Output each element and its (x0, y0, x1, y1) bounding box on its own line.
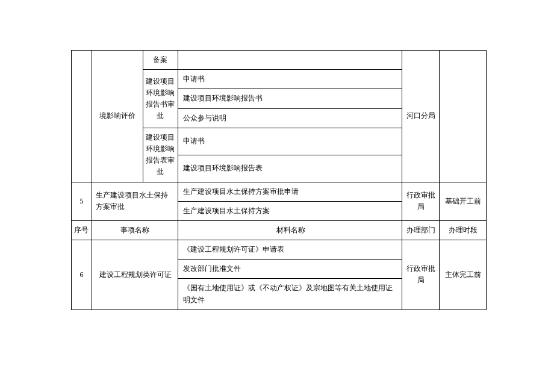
cell-material-approval-doc: 发改部门批准文件 (178, 260, 402, 279)
cell-item-water-soil: 生产建设项目水土保持方案审批 (92, 182, 178, 220)
cell-time-main-completion: 主体完工前 (440, 240, 487, 310)
cell-seq-partial (72, 51, 92, 182)
cell-material-land-cert: 《国有土地使用证》或《不动产权证》及宗地图等有关土地使用证明文件 (178, 279, 402, 310)
cell-material-public: 公众参与说明 (178, 108, 402, 128)
cell-material-ws-app: 生产建设项目水土保持方案审批申请 (178, 182, 402, 201)
cell-dept-admin2: 行政审批局 (402, 240, 440, 310)
cell-subitem-filing: 备案 (143, 51, 178, 70)
cell-time-empty (440, 51, 487, 182)
header-material: 材料名称 (178, 220, 402, 240)
cell-material-ws-plan: 生产建设项目水土保持方案 (178, 201, 402, 220)
header-dept: 办理部门 (402, 220, 440, 240)
cell-subitem-report-form: 建设项目环境影响报告表审批 (143, 128, 178, 182)
cell-time-foundation: 基础开工前 (440, 182, 487, 220)
header-seq: 序号 (72, 220, 92, 240)
cell-item-env: 境影响评价 (92, 51, 143, 182)
approval-table: 境影响评价 备案 河口分局 建设项目环境影响报告书审批 申请书 建设项目环境影响… (71, 50, 487, 310)
cell-material-report-form: 建设项目环境影响报告表 (178, 155, 402, 182)
cell-seq-6: 6 (72, 240, 92, 310)
cell-material-app2: 申请书 (178, 128, 402, 155)
cell-item-planning-permit: 建设工程规划类许可证 (92, 240, 178, 310)
cell-material-report-book: 建设项目环境影响报告书 (178, 89, 402, 108)
cell-material-permit-app: 《建设工程规划许可证》申请表 (178, 240, 402, 260)
header-item: 事项名称 (92, 220, 178, 240)
cell-material-empty (178, 51, 402, 70)
cell-material-app1: 申请书 (178, 70, 402, 89)
cell-dept-admin1: 行政审批局 (402, 182, 440, 220)
cell-dept-hekou: 河口分局 (402, 51, 440, 182)
header-time: 办理时段 (440, 220, 487, 240)
table-header-row: 序号 事项名称 材料名称 办理部门 办理时段 (72, 220, 487, 240)
cell-seq-5: 5 (72, 182, 92, 220)
cell-subitem-report-book: 建设项目环境影响报告书审批 (143, 70, 178, 128)
